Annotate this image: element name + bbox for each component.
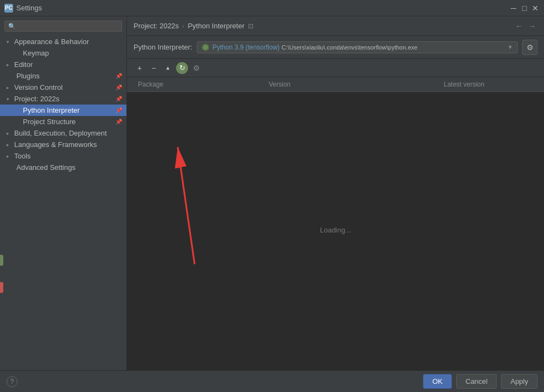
breadcrumb-tab-icon: ⊡ [248,22,253,30]
python-interpreter-label: Python Interpreter [23,106,80,114]
cancel-button[interactable]: Cancel [456,374,497,389]
dropdown-arrow-icon: ▼ [507,44,513,50]
search-box[interactable]: 🔍 [4,21,122,32]
left-indicator-green[interactable] [0,255,3,266]
app-icon: PC [4,4,13,13]
interpreter-label: Python Interpreter: [134,43,192,51]
appearance-arrow-icon: ▾ [7,39,12,45]
search-input[interactable] [18,22,118,30]
python-interpreter-pin-icon: 📌 [116,107,122,113]
languages-label: Languages & Frameworks [14,140,97,149]
table-header: Package Version Latest version [127,77,544,92]
dialog-buttons: OK Cancel Apply [423,374,537,389]
packages-table: Package Version Latest version Loading..… [127,77,544,370]
forward-button[interactable]: → [527,22,537,30]
apply-button[interactable]: Apply [501,374,537,389]
interpreter-row: Python Interpreter: Python 3.9 (tensorfl… [127,36,544,59]
main-layout: 🔍 ▾Appearance & BehaviorKeymap▸EditorPlu… [0,16,544,370]
sidebar-item-project-structure[interactable]: Project Structure📌 [0,116,126,127]
project-label: Project: 2022s [14,95,59,103]
sidebar-item-appearance[interactable]: ▾Appearance & Behavior [0,36,126,47]
remove-package-button[interactable]: − [148,62,160,74]
sidebar-item-editor[interactable]: ▸Editor [0,59,126,70]
sidebar-item-advanced-settings[interactable]: Advanced Settings [0,162,126,173]
close-button[interactable]: ✕ [531,4,540,13]
project-structure-label: Project Structure [23,118,76,126]
version-control-pin-icon: 📌 [116,84,122,90]
sidebar-items-container: ▾Appearance & BehaviorKeymap▸EditorPlugi… [0,36,126,173]
breadcrumb-project: Project: 2022s [134,22,179,30]
interpreter-dropdown[interactable]: Python 3.9 (tensorflow) C:\Users\xiaoliu… [197,41,518,53]
content-area: Project: 2022s › Python Interpreter ⊡ ← … [127,16,544,370]
build-execution-arrow-icon: ▸ [7,131,12,136]
breadcrumb-nav: ← → [513,22,537,30]
project-arrow-icon: ▾ [7,96,12,102]
sidebar-item-version-control[interactable]: ▸Version Control📌 [0,82,126,93]
interpreter-status-dot [202,44,209,51]
maximize-button[interactable]: □ [520,4,529,13]
breadcrumb-bar: Project: 2022s › Python Interpreter ⊡ ← … [127,16,544,36]
appearance-label: Appearance & Behavior [14,38,89,46]
breadcrumb-current: Python Interpreter [188,22,244,30]
tools-arrow-icon: ▸ [7,154,12,159]
sidebar-item-keymap[interactable]: Keymap [0,47,126,59]
title-bar: PC Settings ─ □ ✕ [0,0,544,16]
title-bar-left: PC Settings [4,4,42,13]
col-latest: Latest version [439,77,537,91]
sidebar-item-languages[interactable]: ▸Languages & Frameworks [0,139,126,150]
interpreter-name: Python 3.9 (tensorflow) C:\Users\xiaoliu… [213,44,504,51]
svg-line-1 [178,147,195,264]
bottom-bar: ? OK Cancel Apply [0,370,544,392]
col-package: Package [134,77,264,91]
plugins-label: Plugins [16,72,40,80]
build-execution-label: Build, Execution, Deployment [14,129,107,137]
up-button[interactable]: ▲ [162,62,174,74]
editor-label: Editor [14,60,33,69]
window-controls: ─ □ ✕ [509,4,540,13]
refresh-button[interactable]: ↻ [176,62,188,74]
window-title: Settings [16,4,42,12]
breadcrumb: Project: 2022s › Python Interpreter ⊡ [134,22,253,30]
gear-button[interactable]: ⚙ [190,62,202,74]
bottom-left: ? [7,376,17,387]
keymap-label: Keymap [23,49,49,57]
left-indicator-red[interactable] [0,282,3,293]
back-button[interactable]: ← [513,22,524,30]
breadcrumb-separator: › [182,22,184,30]
sidebar: 🔍 ▾Appearance & BehaviorKeymap▸EditorPlu… [0,16,127,370]
col-version: Version [264,77,439,91]
languages-arrow-icon: ▸ [7,142,12,148]
packages-toolbar: + − ▲ ↻ ⚙ [127,59,544,77]
help-button[interactable]: ? [7,376,17,387]
interpreter-settings-button[interactable]: ⚙ [522,40,537,55]
search-icon: 🔍 [8,23,16,30]
project-structure-pin-icon: 📌 [116,119,122,125]
sidebar-item-plugins[interactable]: Plugins📌 [0,70,126,82]
table-body: Loading... [127,92,544,367]
editor-arrow-icon: ▸ [7,62,12,68]
plugins-pin-icon: 📌 [116,73,122,79]
minimize-button[interactable]: ─ [509,4,518,13]
ok-button[interactable]: OK [423,374,452,389]
sidebar-item-python-interpreter[interactable]: Python Interpreter📌 [0,105,126,116]
add-package-button[interactable]: + [134,62,146,74]
version-control-arrow-icon: ▸ [7,85,12,90]
loading-indicator: Loading... [320,226,351,234]
project-pin-icon: 📌 [116,96,122,102]
version-control-label: Version Control [14,83,63,91]
sidebar-item-tools[interactable]: ▸Tools [0,150,126,162]
sidebar-item-project[interactable]: ▾Project: 2022s📌 [0,93,126,105]
advanced-settings-label: Advanced Settings [16,163,75,171]
tools-label: Tools [14,152,31,160]
sidebar-item-build-execution[interactable]: ▸Build, Execution, Deployment [0,127,126,139]
